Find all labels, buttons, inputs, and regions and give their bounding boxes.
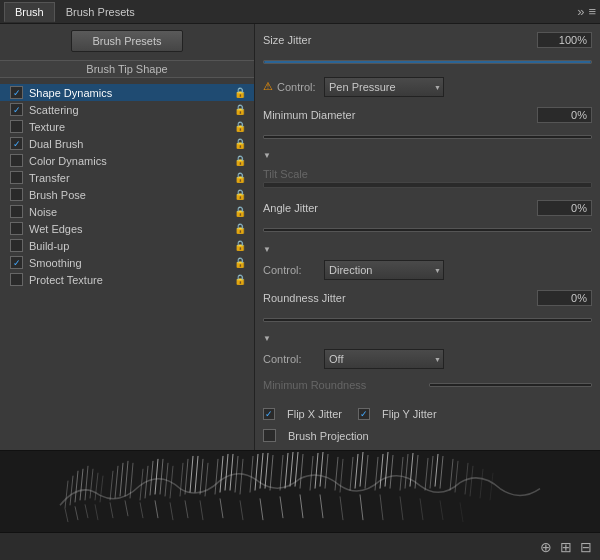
- min-roundness-row: Minimum Roundness: [263, 375, 592, 395]
- sidebar-item-smoothing[interactable]: Smoothing 🔒: [0, 254, 254, 271]
- size-jitter-slider[interactable]: [263, 52, 592, 73]
- size-jitter-track: [263, 60, 592, 64]
- label-wet-edges: Wet Edges: [29, 223, 230, 235]
- control-off-select[interactable]: Off Fade Pen Tilt Pen Pressure: [324, 349, 444, 369]
- angle-jitter-value[interactable]: [537, 200, 592, 216]
- control-direction-select[interactable]: Direction Off Fade Pen Tilt Initial Dire…: [324, 260, 444, 280]
- brush-stroke-area: [0, 451, 600, 532]
- sidebar-item-scattering[interactable]: Scattering 🔒: [0, 101, 254, 118]
- bottom-preview: ⊕ ⊞ ⊟: [0, 450, 600, 560]
- checkbox-wet-edges[interactable]: [10, 222, 23, 235]
- right-panel: Size Jitter ⚠ Control: Pen Pressure Off: [255, 24, 600, 450]
- lock-icon-color-dynamics: 🔒: [234, 155, 246, 166]
- roundness-jitter-slider[interactable]: [263, 310, 592, 331]
- lock-icon-buildup: 🔒: [234, 240, 246, 251]
- main-content: Brush Presets Brush Tip Shape Shape Dyna…: [0, 24, 600, 450]
- checkbox-flip-y[interactable]: [358, 408, 370, 420]
- label-transfer: Transfer: [29, 172, 230, 184]
- label-brush-pose: Brush Pose: [29, 189, 230, 201]
- checkbox-transfer[interactable]: [10, 171, 23, 184]
- sidebar-item-brush-pose[interactable]: Brush Pose 🔒: [0, 186, 254, 203]
- checkbox-flip-x[interactable]: [263, 408, 275, 420]
- brush-panel: Brush Brush Presets » ≡ Brush Presets Br…: [0, 0, 600, 560]
- sidebar-item-protect-texture[interactable]: Protect Texture 🔒: [0, 271, 254, 288]
- lock-icon-texture: 🔒: [234, 121, 246, 132]
- preview-icon-1[interactable]: ⊕: [540, 539, 552, 555]
- checkbox-color-dynamics[interactable]: [10, 154, 23, 167]
- tilt-scale-track[interactable]: [263, 182, 592, 188]
- flip-y-jitter-row: Flip Y Jitter: [358, 406, 437, 422]
- size-jitter-fill: [264, 61, 591, 63]
- checkbox-brush-pose[interactable]: [10, 188, 23, 201]
- lock-icon-protect-texture: 🔒: [234, 274, 246, 285]
- size-jitter-row: Size Jitter: [263, 30, 592, 50]
- warning-icon: ⚠: [263, 80, 273, 93]
- divider-arrow-3: ▼: [263, 334, 592, 343]
- brush-projection-row: Brush Projection: [263, 427, 592, 444]
- tab-brush[interactable]: Brush: [4, 2, 55, 22]
- tilt-scale-label: Tilt Scale: [263, 168, 592, 180]
- control-off-select-wrapper: Off Fade Pen Tilt Pen Pressure: [324, 349, 444, 369]
- sidebar-item-shape-dynamics[interactable]: Shape Dynamics 🔒: [0, 84, 254, 101]
- sidebar-item-transfer[interactable]: Transfer 🔒: [0, 169, 254, 186]
- menu-icon[interactable]: ≡: [588, 4, 596, 19]
- checkbox-noise[interactable]: [10, 205, 23, 218]
- preview-toolbar: ⊕ ⊞ ⊟: [0, 532, 600, 560]
- min-diameter-value[interactable]: [537, 107, 592, 123]
- flip-row: Flip X Jitter Flip Y Jitter: [263, 403, 592, 425]
- tilt-scale-section: Tilt Scale: [263, 164, 592, 192]
- preview-icon-3[interactable]: ⊟: [580, 539, 592, 555]
- collapse-icon[interactable]: »: [577, 4, 584, 19]
- lock-icon-dual-brush: 🔒: [234, 138, 246, 149]
- checkbox-texture[interactable]: [10, 120, 23, 133]
- control-pen-pressure-row: ⚠ Control: Pen Pressure Off Fade Pen Til…: [263, 75, 592, 99]
- sidebar-item-texture[interactable]: Texture 🔒: [0, 118, 254, 135]
- lock-icon-transfer: 🔒: [234, 172, 246, 183]
- angle-jitter-row: Angle Jitter: [263, 198, 592, 218]
- tab-bar: Brush Brush Presets » ≡: [0, 0, 600, 24]
- min-roundness-label: Minimum Roundness: [263, 379, 425, 391]
- checkbox-scattering[interactable]: [10, 103, 23, 116]
- sidebar-item-buildup[interactable]: Build-up 🔒: [0, 237, 254, 254]
- flip-x-jitter-row: Flip X Jitter: [263, 406, 342, 422]
- flip-y-label: Flip Y Jitter: [382, 408, 437, 420]
- control-pen-pressure-select-wrapper: Pen Pressure Off Fade Pen Tilt Stylus Wh…: [324, 77, 444, 97]
- label-shape-dynamics: Shape Dynamics: [29, 87, 230, 99]
- sidebar-item-wet-edges[interactable]: Wet Edges 🔒: [0, 220, 254, 237]
- checkbox-dual-brush[interactable]: [10, 137, 23, 150]
- label-dual-brush: Dual Brush: [29, 138, 230, 150]
- label-smoothing: Smoothing: [29, 257, 230, 269]
- size-jitter-value[interactable]: [537, 32, 592, 48]
- label-color-dynamics: Color Dynamics: [29, 155, 230, 167]
- min-diameter-track: [263, 135, 592, 139]
- label-noise: Noise: [29, 206, 230, 218]
- angle-jitter-label: Angle Jitter: [263, 202, 537, 214]
- size-jitter-label: Size Jitter: [263, 34, 537, 46]
- checkbox-buildup[interactable]: [10, 239, 23, 252]
- brush-stroke-svg: [0, 451, 600, 532]
- angle-jitter-slider[interactable]: [263, 220, 592, 241]
- checkbox-protect-texture[interactable]: [10, 273, 23, 286]
- roundness-jitter-track: [263, 318, 592, 322]
- tab-brush-presets[interactable]: Brush Presets: [55, 2, 146, 22]
- sidebar-item-dual-brush[interactable]: Dual Brush 🔒: [0, 135, 254, 152]
- roundness-jitter-value[interactable]: [537, 290, 592, 306]
- flip-x-label: Flip X Jitter: [287, 408, 342, 420]
- checkbox-smoothing[interactable]: [10, 256, 23, 269]
- sidebar-item-color-dynamics[interactable]: Color Dynamics 🔒: [0, 152, 254, 169]
- angle-jitter-track: [263, 228, 592, 232]
- min-diameter-row: Minimum Diameter: [263, 105, 592, 125]
- control-pen-pressure-select[interactable]: Pen Pressure Off Fade Pen Tilt Stylus Wh…: [324, 77, 444, 97]
- checkbox-shape-dynamics[interactable]: [10, 86, 23, 99]
- preview-icon-2[interactable]: ⊞: [560, 539, 572, 555]
- label-buildup: Build-up: [29, 240, 230, 252]
- control-off-row: Control: Off Fade Pen Tilt Pen Pressure: [263, 347, 592, 371]
- lock-icon-shape-dynamics: 🔒: [234, 87, 246, 98]
- sidebar-item-noise[interactable]: Noise 🔒: [0, 203, 254, 220]
- min-roundness-track[interactable]: [429, 383, 593, 387]
- checkbox-brush-projection[interactable]: [263, 429, 276, 442]
- brush-presets-button[interactable]: Brush Presets: [71, 30, 182, 52]
- control-direction-row: Control: Direction Off Fade Pen Tilt Ini…: [263, 258, 592, 282]
- min-diameter-slider[interactable]: [263, 127, 592, 148]
- brush-projection-label: Brush Projection: [288, 430, 369, 442]
